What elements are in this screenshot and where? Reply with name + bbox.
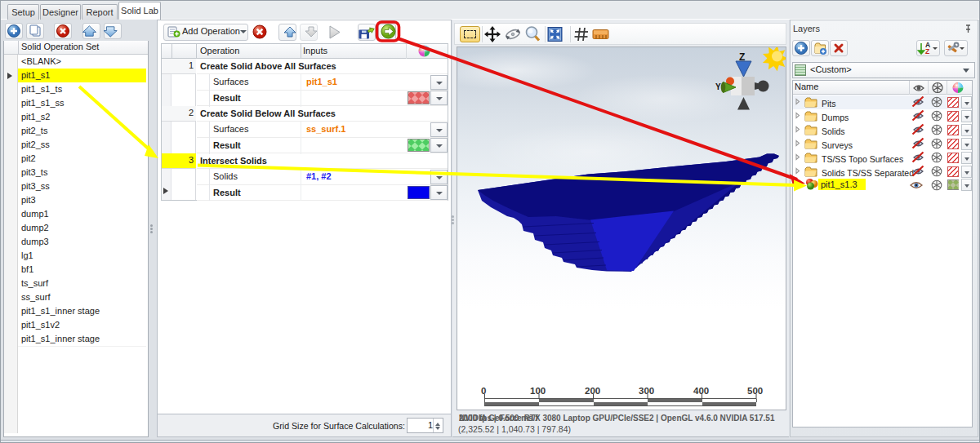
svg-text:Z: Z (925, 47, 929, 55)
svg-text:Y: Y (715, 82, 721, 91)
